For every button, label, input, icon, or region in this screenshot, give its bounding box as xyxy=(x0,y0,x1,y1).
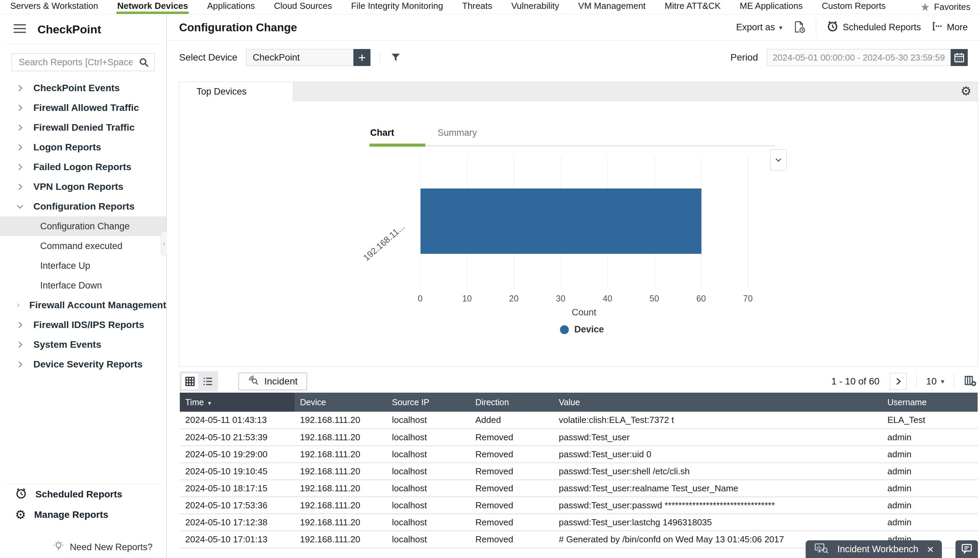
sidebar-item-system-events[interactable]: System Events xyxy=(0,335,166,354)
tab-summary[interactable]: Summary xyxy=(438,128,477,138)
subtab-active-underline xyxy=(369,144,425,147)
sidebar-header: CheckPoint xyxy=(0,14,166,44)
column-header-username[interactable]: Username xyxy=(882,393,978,412)
add-device-button[interactable]: + xyxy=(354,49,371,66)
search-input[interactable] xyxy=(12,53,155,71)
period-input[interactable] xyxy=(767,49,951,66)
sidebar-item-vpn-logon-reports[interactable]: VPN Logon Reports xyxy=(0,177,166,197)
table-row[interactable]: 2024-05-10 21:53:39192.168.111.20localho… xyxy=(180,429,978,446)
cell-source-ip: localhost xyxy=(387,446,470,463)
cell-device: 192.168.111.20 xyxy=(295,497,387,514)
table-row[interactable]: 2024-05-10 18:17:15192.168.111.20localho… xyxy=(180,480,978,497)
sidebar-item-firewall-denied-traffic[interactable]: Firewall Denied Traffic xyxy=(0,118,166,138)
need-new-reports-link[interactable]: Need New Reports? xyxy=(0,537,166,558)
table-row[interactable]: 2024-05-10 17:53:36192.168.111.20localho… xyxy=(180,497,978,514)
sidebar-item-interface-down[interactable]: Interface Down xyxy=(0,276,166,295)
cell-time: 2024-05-10 17:53:36 xyxy=(180,497,295,514)
table-row[interactable]: 2024-05-10 19:10:45192.168.111.20localho… xyxy=(180,463,978,480)
cell-username: admin xyxy=(882,514,978,531)
sidebar-manage-reports[interactable]: ⚙ Manage Reports xyxy=(0,505,166,525)
favorites-button[interactable]: ★ Favorites xyxy=(920,0,970,14)
chart-bar-device[interactable] xyxy=(420,189,702,254)
sidebar-item-command-executed[interactable]: Command executed xyxy=(0,236,166,256)
list-view-button[interactable] xyxy=(199,373,217,390)
pagination: 1 - 10 of 60 10 ▾ xyxy=(831,373,977,390)
page-size-value: 10 xyxy=(926,376,937,387)
nav-item-vm-management[interactable]: VM Management xyxy=(578,0,646,14)
nav-item-applications[interactable]: Applications xyxy=(206,0,255,14)
need-new-reports-label: Need New Reports? xyxy=(70,542,153,553)
chart-options-dropdown[interactable] xyxy=(770,149,787,171)
cell-direction: Removed xyxy=(470,463,553,480)
close-icon[interactable]: × xyxy=(927,543,934,555)
sidebar-item-configuration-change[interactable]: Configuration Change xyxy=(0,217,166,236)
incident-workbench-bar[interactable]: Incident Workbench × xyxy=(805,540,942,558)
sidebar-item-firewall-account-management[interactable]: Firewall Account Management xyxy=(0,295,166,315)
table-row[interactable]: 2024-05-10 19:29:00192.168.111.20localho… xyxy=(180,446,978,463)
page-size-dropdown[interactable]: 10 ▾ xyxy=(926,376,944,387)
sidebar-item-logon-reports[interactable]: Logon Reports xyxy=(0,138,166,157)
hamburger-menu-icon[interactable] xyxy=(13,23,27,35)
table-row[interactable]: 2024-05-11 01:43:13192.168.111.20localho… xyxy=(180,412,978,429)
nav-item-custom-reports[interactable]: Custom Reports xyxy=(821,0,886,14)
sidebar-item-failed-logon-reports[interactable]: Failed Logon Reports xyxy=(0,157,166,177)
sort-desc-icon: ▾ xyxy=(208,400,211,407)
nav-item-vulnerability[interactable]: Vulnerability xyxy=(511,0,560,14)
sidebar-item-label: Failed Logon Reports xyxy=(33,162,132,172)
alarm-clock-icon xyxy=(827,20,839,35)
feedback-chat-button[interactable] xyxy=(955,540,978,558)
grid-view-button[interactable] xyxy=(181,373,199,390)
cell-time: 2024-05-10 17:12:38 xyxy=(180,514,295,531)
nav-item-cloud-sources[interactable]: Cloud Sources xyxy=(273,0,333,14)
chevron-right-icon xyxy=(16,84,25,92)
gear-icon[interactable]: ⚙ xyxy=(960,84,972,98)
column-header-device[interactable]: Device xyxy=(295,393,387,412)
chart-tick-label: 30 xyxy=(556,294,566,304)
device-input[interactable] xyxy=(246,49,354,66)
nav-item-threats[interactable]: Threats xyxy=(461,0,493,14)
chart-legend[interactable]: Device xyxy=(560,324,604,335)
column-header-value[interactable]: Value xyxy=(553,393,882,412)
sidebar-item-configuration-reports[interactable]: Configuration Reports xyxy=(0,197,166,217)
sidebar-item-firewall-allowed-traffic[interactable]: Firewall Allowed Traffic xyxy=(0,98,166,118)
sidebar-item-device-severity-reports[interactable]: Device Severity Reports xyxy=(0,354,166,374)
export-history-icon[interactable] xyxy=(793,20,805,35)
select-device-label: Select Device xyxy=(179,52,237,63)
filter-button[interactable] xyxy=(380,52,402,63)
chart-x-axis-label: Count xyxy=(572,307,596,318)
sidebar-item-checkpoint-events[interactable]: CheckPoint Events xyxy=(0,78,166,98)
calendar-button[interactable] xyxy=(951,49,968,66)
nav-item-file-integrity-monitoring[interactable]: File Integrity Monitoring xyxy=(351,0,444,14)
sidebar-item-firewall-ids-ips-reports[interactable]: Firewall IDS/IPS Reports xyxy=(0,315,166,335)
incident-button[interactable]: Incident xyxy=(238,373,307,390)
cell-source-ip: localhost xyxy=(387,429,470,446)
column-header-time[interactable]: Time▾ xyxy=(180,393,295,412)
more-button[interactable]: More xyxy=(931,20,968,34)
top-devices-panel: Top Devices ⚙ Chart Summary 192.168.11..… xyxy=(179,82,978,367)
scheduled-reports-button[interactable]: Scheduled Reports xyxy=(827,20,921,35)
cell-device: 192.168.111.20 xyxy=(295,463,387,480)
table-row[interactable]: 2024-05-10 17:12:38192.168.111.20localho… xyxy=(180,514,978,531)
chart-category-label: 192.168.11... xyxy=(361,222,407,263)
nav-item-network-devices[interactable]: Network Devices xyxy=(117,0,189,14)
view-switcher xyxy=(180,371,218,391)
column-header-source-ip[interactable]: Source IP xyxy=(387,393,470,412)
tab-chart[interactable]: Chart xyxy=(370,128,394,138)
cell-direction: Removed xyxy=(470,514,553,531)
export-as-dropdown[interactable]: Export as ▾ xyxy=(736,22,782,33)
tab-top-devices[interactable]: Top Devices xyxy=(180,82,293,101)
search-icon[interactable] xyxy=(138,57,149,69)
favorites-label: Favorites xyxy=(934,2,970,12)
sidebar-item-interface-up[interactable]: Interface Up xyxy=(0,256,166,276)
next-page-button[interactable] xyxy=(890,373,907,390)
nav-item-mitre-att-ck[interactable]: Mitre ATT&CK xyxy=(664,0,721,14)
add-column-icon[interactable] xyxy=(964,374,977,389)
period-label: Period xyxy=(730,52,758,63)
legend-label: Device xyxy=(574,324,604,335)
cell-username: admin xyxy=(882,463,978,480)
nav-item-me-applications[interactable]: ME Applications xyxy=(739,0,803,14)
column-header-direction[interactable]: Direction xyxy=(470,393,553,412)
sidebar-collapse-handle[interactable]: ‹ xyxy=(161,231,167,255)
nav-item-servers-workstation[interactable]: Servers & Workstation xyxy=(10,0,99,14)
sidebar-scheduled-reports[interactable]: Scheduled Reports xyxy=(0,484,166,505)
